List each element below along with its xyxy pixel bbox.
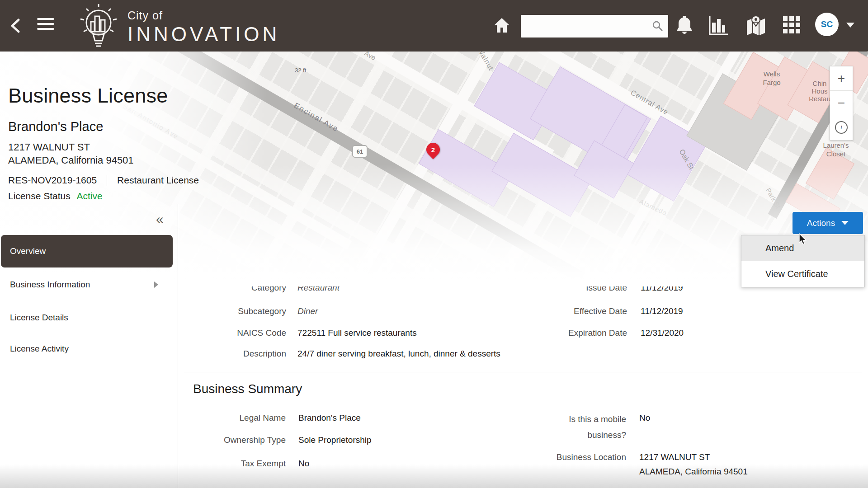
field-label: NAICS Code bbox=[149, 328, 286, 338]
actions-button[interactable]: Actions bbox=[793, 212, 863, 234]
app-header: City of INNOVATION SC bbox=[0, 0, 868, 52]
record-type: Restaurant License bbox=[117, 175, 199, 186]
route-shield-61: 61 bbox=[352, 145, 368, 158]
analytics-icon[interactable] bbox=[708, 15, 729, 36]
field-label: Legal Name bbox=[149, 413, 286, 423]
field-label: Business Location bbox=[548, 452, 626, 462]
field-value: Brandon's Place bbox=[298, 413, 361, 423]
actions-caret-icon bbox=[841, 221, 849, 225]
sidebar-item-label: License Activity bbox=[10, 344, 69, 354]
record-divider bbox=[107, 175, 107, 186]
sidebar-divider bbox=[178, 204, 178, 488]
field-value: 11/12/2019 bbox=[641, 306, 683, 316]
license-hero: Business License Brandon's Place 1217 WA… bbox=[8, 84, 199, 202]
field-value: Sole Proprietorship bbox=[298, 435, 372, 445]
actions-menu: Amend View Certificate bbox=[741, 235, 865, 287]
map-info-button[interactable]: i bbox=[830, 115, 853, 139]
global-search bbox=[521, 15, 668, 38]
record-number: RES-NOV2019-1605 bbox=[8, 175, 97, 186]
field-value: 1217 WALNUT ST bbox=[639, 452, 710, 462]
search-input[interactable] bbox=[525, 17, 649, 36]
business-address: 1217 WALNUT ST ALAMEDA, California 94501 bbox=[8, 141, 199, 167]
business-license-page: City of INNOVATION SC bbox=[0, 0, 868, 488]
home-icon[interactable] bbox=[493, 16, 511, 34]
sidebar-item-label: License Details bbox=[10, 313, 68, 323]
field-label: Effective Date bbox=[533, 306, 627, 316]
sidebar-item-business-information[interactable]: Business Information bbox=[1, 275, 173, 295]
app-grid-icon[interactable] bbox=[783, 16, 800, 33]
field-value: No bbox=[639, 413, 650, 423]
brand-lockup: City of INNOVATION bbox=[127, 9, 280, 46]
poi-label-china-house: Chin Hous Restau bbox=[808, 80, 831, 103]
field-value: 12/31/2020 bbox=[641, 328, 684, 338]
field-value: 24/7 diner serving breakfast, lunch, din… bbox=[297, 349, 500, 359]
pin-number: 2 bbox=[426, 143, 440, 156]
map-controls: + − i bbox=[830, 66, 853, 141]
field-value: Diner bbox=[297, 306, 318, 316]
menu-item-amend[interactable]: Amend bbox=[741, 235, 864, 261]
location-pin-icon[interactable]: 2 bbox=[424, 140, 443, 159]
user-menu-caret-icon[interactable] bbox=[846, 23, 854, 28]
poi-label-wells-fargo: Wells Fargo bbox=[756, 70, 788, 87]
field-value: 722511 Full service restaurants bbox=[297, 328, 417, 338]
sidebar-item-license-details[interactable]: License Details bbox=[1, 308, 173, 328]
status-label: License Status bbox=[8, 191, 71, 201]
business-name: Brandon's Place bbox=[8, 119, 199, 134]
avatar-initials: SC bbox=[821, 19, 833, 29]
section-divider bbox=[184, 372, 862, 372]
field-label: Is this a mobile business? bbox=[548, 411, 626, 443]
brand-city-of: City of bbox=[127, 9, 280, 22]
record-row: RES-NOV2019-1605 Restaurant License bbox=[8, 175, 199, 186]
sidebar-item-label: Business Information bbox=[10, 280, 90, 290]
license-status-row: License Status Active bbox=[8, 191, 199, 202]
back-icon[interactable] bbox=[10, 18, 21, 33]
notifications-icon[interactable] bbox=[675, 14, 694, 37]
expand-arrow-icon bbox=[154, 282, 158, 288]
status-value: Active bbox=[77, 191, 103, 201]
map-scale-label: 32 ft bbox=[295, 67, 306, 74]
sidebar-item-label: Overview bbox=[10, 246, 46, 256]
info-icon: i bbox=[835, 121, 848, 134]
field-value: No bbox=[298, 459, 309, 469]
sidebar-item-overview[interactable]: Overview bbox=[1, 235, 173, 267]
address-line-2: ALAMEDA, California 94501 bbox=[8, 154, 199, 167]
menu-icon[interactable] bbox=[37, 18, 54, 33]
address-line-1: 1217 WALNUT ST bbox=[8, 141, 199, 154]
sidebar-collapse-icon[interactable]: « bbox=[156, 212, 164, 226]
city-logo-lightbulb-icon bbox=[76, 3, 121, 50]
field-value: ALAMEDA, California 94501 bbox=[639, 467, 748, 477]
poi-label-laurens-closet: Lauren's Closet bbox=[816, 141, 855, 158]
map-explorer-icon[interactable] bbox=[745, 14, 767, 37]
zoom-out-button[interactable]: − bbox=[830, 91, 853, 115]
field-label: Expiration Date bbox=[533, 328, 627, 338]
menu-item-view-certificate[interactable]: View Certificate bbox=[741, 261, 864, 287]
search-icon[interactable] bbox=[652, 20, 664, 32]
zoom-in-button[interactable]: + bbox=[830, 66, 853, 91]
actions-button-label: Actions bbox=[807, 218, 835, 228]
user-avatar[interactable]: SC bbox=[815, 13, 839, 36]
page-title: Business License bbox=[8, 84, 199, 108]
field-label: Ownership Type bbox=[149, 435, 286, 445]
sidebar-item-license-activity[interactable]: License Activity bbox=[1, 339, 173, 359]
business-summary-heading: Business Summary bbox=[193, 382, 302, 396]
brand-innovation: INNOVATION bbox=[127, 23, 280, 46]
field-label: Tax Exempt bbox=[149, 459, 286, 469]
